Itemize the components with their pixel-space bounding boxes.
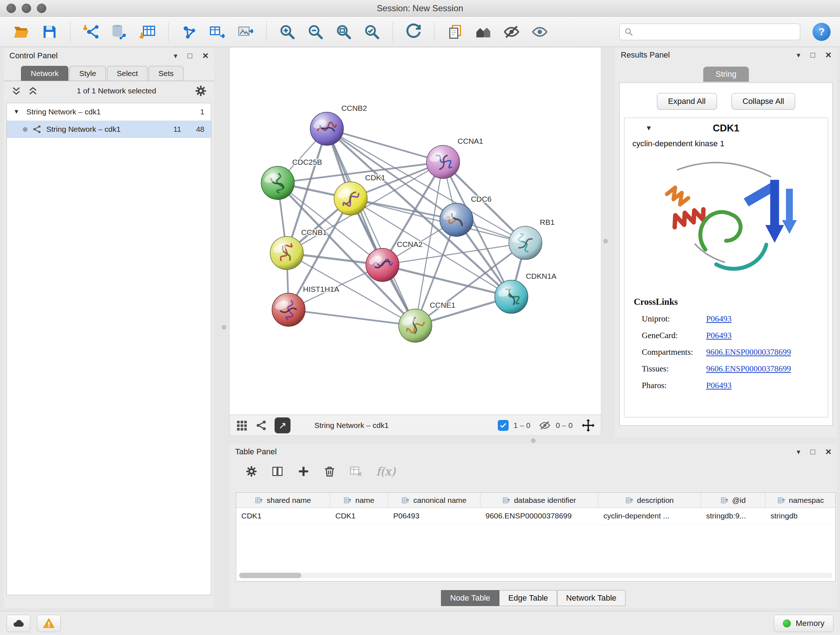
tab-style[interactable]: Style (69, 66, 106, 81)
memory-label: Memory (796, 619, 824, 628)
minimize-window-button[interactable] (22, 4, 31, 13)
memory-button[interactable]: Memory (774, 615, 834, 632)
birdseye-grid-icon[interactable] (235, 419, 248, 432)
pan-crosshair-icon[interactable] (581, 418, 595, 432)
column-header-name[interactable]: name (330, 493, 388, 508)
clone-network-button[interactable] (443, 20, 467, 44)
scrollbar-thumb[interactable] (239, 573, 302, 578)
crosslink-link[interactable]: P06493 (706, 331, 731, 340)
panel-float-icon[interactable]: □ (187, 52, 192, 60)
network-tree-root-row[interactable]: ▼ String Network – cdk1 1 (7, 103, 211, 120)
node-CCNE1[interactable] (399, 309, 432, 342)
close-window-button[interactable] (6, 4, 16, 13)
save-session-button[interactable] (38, 20, 62, 44)
open-in-browser-button[interactable]: ↗ (275, 417, 291, 433)
node-CDK1[interactable] (334, 182, 367, 215)
panel-float-icon[interactable]: □ (810, 448, 815, 456)
column-header-@id[interactable]: @id (701, 493, 766, 508)
cloud-status-button[interactable] (6, 615, 30, 632)
search-input[interactable] (637, 27, 796, 36)
column-header-namespac[interactable]: namespac (766, 493, 836, 508)
open-session-button[interactable] (9, 20, 33, 44)
import-table-button[interactable] (136, 20, 159, 44)
zoom-selected-button[interactable] (360, 20, 384, 44)
tab-select[interactable]: Select (107, 66, 148, 81)
warnings-button[interactable] (37, 615, 61, 632)
crosslink-link[interactable]: P06493 (706, 314, 731, 324)
panel-close-icon[interactable]: × (826, 50, 831, 60)
network-from-table-button[interactable] (205, 20, 229, 44)
zoom-fit-button[interactable] (332, 20, 355, 44)
expand-all-button[interactable]: Expand All (657, 93, 717, 110)
node-CDC6[interactable] (440, 203, 473, 236)
export-image-button[interactable] (234, 20, 257, 44)
column-header-description[interactable]: description (598, 493, 701, 508)
delete-column-icon[interactable] (324, 465, 336, 478)
network-graph[interactable]: CCNB2CCNA1CDC25BCDK1CDC6RB1CCNB1CCNA2CDK… (230, 48, 601, 415)
crosslink-link[interactable]: P06493 (706, 381, 731, 390)
column-header-database-identifier[interactable]: database identifier (480, 493, 598, 508)
database-import-icon (111, 24, 128, 40)
apply-layout-button[interactable] (401, 20, 425, 44)
node-CDKN1A[interactable] (495, 280, 528, 314)
protein-name: CDK1 (713, 123, 739, 134)
zoom-in-button[interactable] (275, 20, 299, 44)
hide-graphics-button[interactable] (500, 20, 523, 44)
node-CCNA2[interactable] (366, 249, 399, 282)
import-network-from-database-button[interactable] (107, 20, 131, 44)
column-header-canonical-name[interactable]: canonical name (388, 493, 480, 508)
zoom-out-button[interactable] (303, 20, 327, 44)
session-compare-button[interactable] (471, 20, 495, 44)
panel-menu-icon[interactable]: ▾ (797, 51, 800, 59)
panel-menu-icon[interactable]: ▾ (797, 448, 800, 455)
node-CCNA1[interactable] (426, 145, 460, 179)
network-share-icon[interactable] (255, 419, 267, 432)
table-horizontal-scrollbar[interactable] (239, 573, 832, 578)
import-network-from-file-button[interactable] (79, 20, 103, 44)
help-button[interactable]: ? (813, 23, 831, 41)
section-collapse-icon[interactable]: ▼ (645, 124, 652, 132)
tab-network[interactable]: Network (21, 66, 68, 81)
network-selector-row: 1 of 1 Network selected (4, 81, 214, 101)
table-settings-gear-icon[interactable] (245, 465, 257, 478)
show-columns-icon[interactable] (271, 465, 284, 478)
collapse-all-networks-icon[interactable] (11, 86, 22, 96)
network-options-gear-icon[interactable] (195, 85, 207, 97)
network-tree-child-row[interactable]: String Network – cdk1 11 48 (7, 120, 211, 138)
edge-CCNB2-CCNE1[interactable] (327, 129, 415, 326)
table-row[interactable]: CDK1CDK1P064939606.ENSP00000378699cyclin… (236, 508, 835, 524)
crosslink-link[interactable]: 9606.ENSP00000378699 (706, 348, 791, 357)
tab-node-table[interactable]: Node Table (441, 590, 499, 606)
tab-sets[interactable]: Sets (149, 66, 183, 81)
left-splitter-handle[interactable] (222, 325, 226, 329)
edge-CDK1-RB1[interactable] (351, 198, 525, 243)
selected-checkbox-icon[interactable] (498, 420, 508, 431)
node-RB1[interactable] (508, 226, 542, 260)
right-splitter-handle[interactable] (603, 239, 608, 243)
node-HIST1H1A[interactable] (272, 293, 305, 326)
panel-menu-icon[interactable]: ▾ (174, 52, 177, 59)
edge-HIST1H1A-CCNE1[interactable] (289, 310, 415, 326)
crosslink-link[interactable]: 9606.ENSP00000378699 (706, 364, 791, 374)
panel-close-icon[interactable]: × (826, 447, 831, 457)
zoom-window-button[interactable] (37, 4, 46, 13)
node-CCNB2[interactable] (310, 112, 344, 146)
tab-network-table[interactable]: Network Table (557, 590, 625, 606)
node-CDC25B[interactable] (261, 166, 294, 200)
network-canvas[interactable]: CCNB2CCNA1CDC25BCDK1CDC6RB1CCNB1CCNA2CDK… (229, 47, 601, 415)
column-header-shared-name[interactable]: shared name (236, 493, 330, 508)
collapse-all-button[interactable]: Collapse All (731, 93, 796, 110)
add-column-icon[interactable] (297, 465, 309, 478)
panel-close-icon[interactable]: × (202, 51, 208, 61)
new-network-button[interactable] (177, 20, 201, 44)
tree-expand-icon[interactable]: ▼ (13, 108, 22, 116)
hidden-eye-icon[interactable] (539, 420, 551, 431)
bottom-splitter-handle[interactable] (531, 439, 535, 443)
tab-string[interactable]: String (703, 67, 748, 82)
memory-status-dot (783, 619, 791, 627)
panel-float-icon[interactable]: □ (810, 51, 815, 59)
show-graphics-button[interactable] (528, 20, 552, 44)
node-CCNB1[interactable] (270, 236, 303, 270)
tab-edge-table[interactable]: Edge Table (499, 590, 557, 606)
expand-all-networks-icon[interactable] (27, 86, 38, 96)
